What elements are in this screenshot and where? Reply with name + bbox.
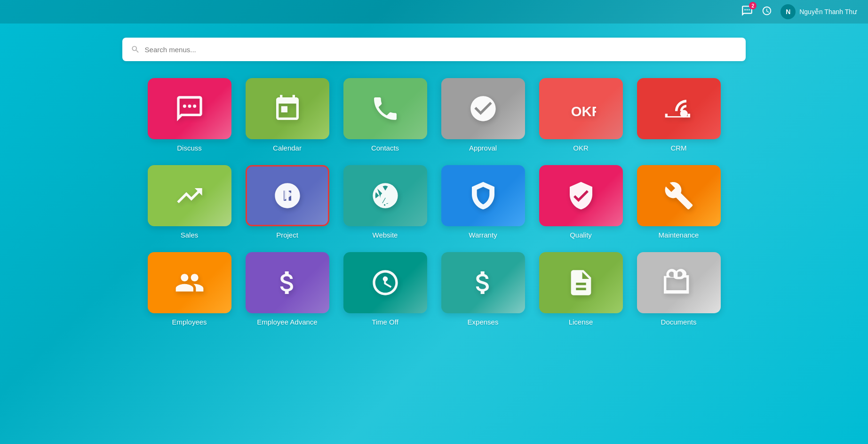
topbar-icons: 2 N Nguyễn Thanh Thư (741, 4, 857, 19)
app-item-project[interactable]: Project (246, 165, 329, 239)
app-icon-maintenance (637, 165, 721, 226)
app-label-quality: Quality (570, 231, 592, 239)
app-item-employee-advance[interactable]: Employee Advance (246, 252, 329, 326)
app-item-expenses[interactable]: Expenses (441, 252, 525, 326)
app-item-approval[interactable]: Approval (441, 78, 525, 152)
app-icon-contacts (343, 78, 427, 139)
app-icon-expenses (441, 252, 525, 313)
app-item-discuss[interactable]: Discuss (148, 78, 231, 152)
app-label-time-off: Time Off (372, 318, 398, 326)
search-input[interactable] (145, 46, 737, 54)
user-name: Nguyễn Thanh Thư (799, 8, 857, 16)
app-item-license[interactable]: License (539, 252, 623, 326)
app-icon-project (246, 165, 329, 226)
search-bar (122, 38, 746, 61)
svg-point-3 (183, 104, 186, 108)
app-item-maintenance[interactable]: Maintenance (637, 165, 721, 239)
svg-point-5 (193, 104, 196, 108)
app-item-warranty[interactable]: Warranty (441, 165, 525, 239)
app-label-expenses: Expenses (468, 318, 499, 326)
app-item-quality[interactable]: Quality (539, 165, 623, 239)
app-label-website: Website (373, 231, 398, 239)
app-item-contacts[interactable]: Contacts (343, 78, 427, 152)
svg-point-1 (747, 9, 748, 11)
app-icon-sales (148, 165, 231, 226)
svg-point-4 (188, 104, 191, 108)
app-item-crm[interactable]: CRM (637, 78, 721, 152)
app-icon-warranty (441, 165, 525, 226)
svg-text:OKR: OKR (571, 103, 596, 119)
svg-point-2 (749, 9, 750, 11)
app-label-employees: Employees (172, 318, 207, 326)
app-icon-okr: OKR (539, 78, 623, 139)
app-icon-calendar (246, 78, 329, 139)
app-icon-crm (637, 78, 721, 139)
chat-button[interactable]: 2 (741, 5, 753, 19)
app-icon-website (343, 165, 427, 226)
app-icon-time-off (343, 252, 427, 313)
app-label-crm: CRM (670, 144, 686, 152)
app-item-documents[interactable]: Documents (637, 252, 721, 326)
clock-button[interactable] (762, 6, 772, 18)
app-icon-quality (539, 165, 623, 226)
app-grid: DiscussCalendarContactsApprovalOKROKRCRM… (148, 78, 721, 326)
app-label-warranty: Warranty (469, 231, 497, 239)
app-item-time-off[interactable]: Time Off (343, 252, 427, 326)
app-icon-approval (441, 78, 525, 139)
app-item-employees[interactable]: Employees (148, 252, 231, 326)
search-icon (131, 45, 140, 54)
app-item-sales[interactable]: Sales (148, 165, 231, 239)
app-icon-license (539, 252, 623, 313)
app-icon-employee-advance (246, 252, 329, 313)
chat-badge: 2 (749, 2, 757, 9)
topbar: 2 N Nguyễn Thanh Thư (0, 0, 868, 24)
app-label-maintenance: Maintenance (659, 231, 699, 239)
app-label-documents: Documents (661, 318, 697, 326)
svg-point-0 (745, 9, 746, 11)
app-item-okr[interactable]: OKROKR (539, 78, 623, 152)
app-label-approval: Approval (469, 144, 497, 152)
avatar: N (780, 4, 796, 19)
app-label-project: Project (276, 231, 298, 239)
app-label-license: License (569, 318, 593, 326)
app-label-employee-advance: Employee Advance (257, 318, 317, 326)
app-icon-documents (637, 252, 721, 313)
app-label-discuss: Discuss (177, 144, 202, 152)
app-label-okr: OKR (573, 144, 589, 152)
search-section (0, 38, 868, 61)
app-label-sales: Sales (181, 231, 199, 239)
svg-point-7 (382, 277, 388, 282)
app-label-contacts: Contacts (371, 144, 399, 152)
user-menu[interactable]: N Nguyễn Thanh Thư (780, 4, 857, 19)
app-label-calendar: Calendar (273, 144, 302, 152)
app-item-calendar[interactable]: Calendar (246, 78, 329, 152)
app-item-website[interactable]: Website (343, 165, 427, 239)
app-icon-employees (148, 252, 231, 313)
app-icon-discuss (148, 78, 231, 139)
